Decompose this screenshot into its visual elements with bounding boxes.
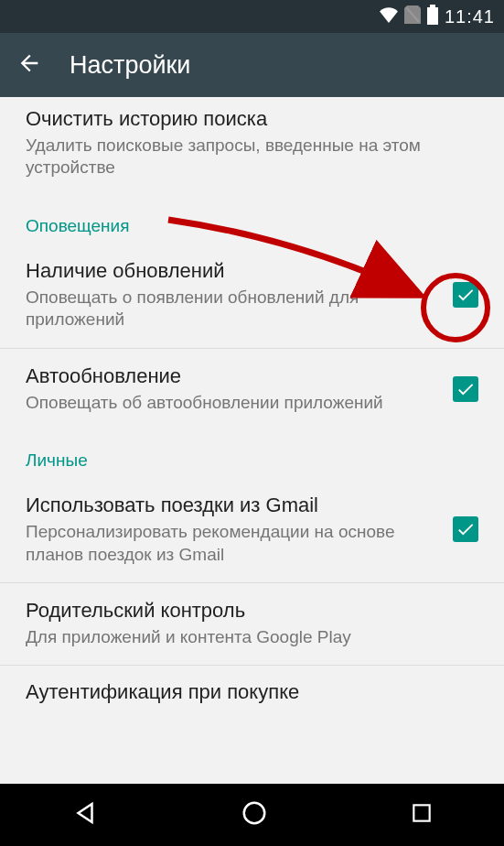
svg-rect-2 <box>427 7 438 25</box>
item-title: Использовать поездки из Gmail <box>26 493 442 519</box>
setting-clear-search-history[interactable]: Очистить историю поиска Удалить поисковы… <box>0 97 504 196</box>
sim-icon <box>404 5 421 28</box>
section-header-notifications: Оповещения <box>0 196 504 244</box>
item-subtitle: Оповещать об автообновлении приложений <box>26 392 442 415</box>
check-icon <box>456 379 476 399</box>
item-title: Автообновление <box>26 363 442 390</box>
checkbox-gmail-trips[interactable] <box>453 516 478 542</box>
settings-list[interactable]: Очистить историю поиска Удалить поисковы… <box>0 97 504 784</box>
setting-gmail-trips[interactable]: Использовать поездки из Gmail Персонализ… <box>0 478 504 582</box>
item-title: Родительский контроль <box>26 598 478 624</box>
status-bar: 11:41 <box>0 0 504 33</box>
item-subtitle: Для приложений и контента Google Play <box>26 626 478 649</box>
svg-point-3 <box>243 803 264 824</box>
app-bar: Настройки <box>0 33 504 97</box>
nav-back-icon[interactable] <box>71 799 99 830</box>
page-title: Настройки <box>70 51 190 80</box>
svg-rect-1 <box>430 5 435 7</box>
setting-parental-control[interactable]: Родительский контроль Для приложений и к… <box>0 583 504 665</box>
setting-purchase-authentication[interactable]: Аутентификация при покупке <box>0 666 504 704</box>
wifi-icon <box>379 6 399 27</box>
checkbox-updates-available[interactable] <box>453 282 478 308</box>
back-arrow-icon[interactable] <box>16 50 42 80</box>
item-title: Наличие обновлений <box>26 258 442 285</box>
item-subtitle: Удалить поисковые запросы, введенные на … <box>26 135 478 179</box>
check-icon <box>456 285 476 305</box>
checkbox-auto-update[interactable] <box>453 376 478 402</box>
setting-updates-available[interactable]: Наличие обновлений Оповещать о появлении… <box>0 244 504 348</box>
item-subtitle: Персонализировать рекомендации на основе… <box>26 521 442 566</box>
nav-recent-icon[interactable] <box>410 801 434 829</box>
section-header-personal: Личные <box>0 430 504 478</box>
item-title: Аутентификация при покупке <box>26 680 478 704</box>
setting-auto-update[interactable]: Автообновление Оповещать об автообновлен… <box>0 349 504 430</box>
navigation-bar <box>0 784 504 846</box>
svg-rect-4 <box>413 805 429 820</box>
item-title: Очистить историю поиска <box>26 106 478 133</box>
clock: 11:41 <box>445 6 495 27</box>
item-subtitle: Оповещать о появлении обновлений для при… <box>26 287 442 331</box>
check-icon <box>456 519 476 539</box>
battery-icon <box>426 5 439 29</box>
nav-home-icon[interactable] <box>241 799 268 830</box>
